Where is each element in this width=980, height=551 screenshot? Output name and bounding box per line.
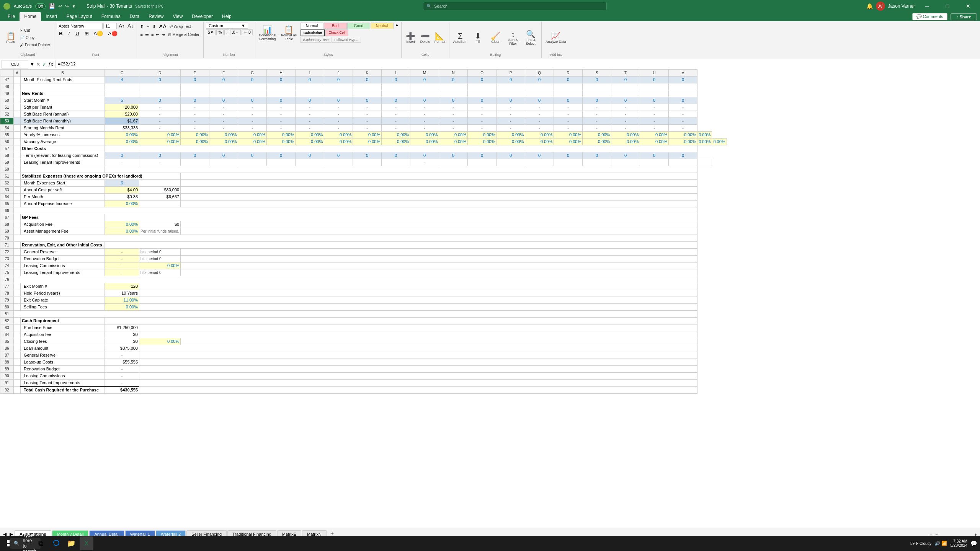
- cell-r47[interactable]: 0: [554, 77, 583, 83]
- align-middle-btn[interactable]: ↔: [145, 23, 151, 29]
- cell-o47[interactable]: 0: [468, 77, 497, 83]
- col-header-b[interactable]: B: [21, 70, 105, 77]
- maximize-btn[interactable]: □: [939, 0, 956, 12]
- col-header-t[interactable]: T: [611, 70, 640, 77]
- cell-c47[interactable]: 4: [105, 77, 139, 83]
- align-left-btn[interactable]: ≡: [139, 31, 143, 37]
- cell-i47[interactable]: 0: [296, 77, 324, 83]
- formula-expand-btn[interactable]: ▼: [30, 62, 34, 67]
- comma-btn[interactable]: ,: [224, 29, 229, 35]
- redo-btn[interactable]: ↪: [65, 3, 69, 9]
- font-color-btn[interactable]: A🔴: [106, 30, 119, 37]
- notification-icon[interactable]: 🔔: [866, 3, 873, 9]
- fill-color-btn[interactable]: A🟡: [92, 30, 105, 37]
- style-neutral[interactable]: Neutral: [371, 23, 394, 29]
- decimal-increase-btn[interactable]: .0→: [230, 29, 241, 35]
- col-header-s[interactable]: S: [583, 70, 611, 77]
- autosave-toggle[interactable]: Off: [35, 3, 46, 9]
- style-explanatory[interactable]: Explanatory Text: [301, 37, 332, 43]
- insert-function-btn[interactable]: ƒx: [48, 62, 53, 67]
- col-header-u[interactable]: U: [640, 70, 669, 77]
- wrap-text-btn[interactable]: ⏎ Wrap Text: [168, 23, 193, 30]
- cell-f47[interactable]: 0: [209, 77, 238, 83]
- cell-t47[interactable]: 0: [611, 77, 640, 83]
- col-header-o[interactable]: O: [468, 70, 497, 77]
- tab-help[interactable]: Help: [217, 12, 236, 21]
- search-box[interactable]: 🔍 Search: [423, 2, 607, 10]
- col-header-r[interactable]: R: [554, 70, 583, 77]
- share-btn[interactable]: ↑ Share: [951, 13, 977, 20]
- col-header-g[interactable]: G: [238, 70, 267, 77]
- minimize-btn[interactable]: ─: [918, 0, 936, 12]
- col-header-k[interactable]: K: [353, 70, 382, 77]
- cell-k47[interactable]: 0: [353, 77, 382, 83]
- col-header-h[interactable]: H: [267, 70, 296, 77]
- cut-btn[interactable]: ✂ Cut: [18, 27, 52, 34]
- col-header-f[interactable]: F: [209, 70, 238, 77]
- border-btn[interactable]: ⊞: [83, 30, 91, 37]
- cell-d47[interactable]: 0: [139, 77, 181, 83]
- tab-home[interactable]: Home: [20, 12, 41, 21]
- search-taskbar-btn[interactable]: 🔍 Type here to search: [18, 536, 32, 550]
- col-header-d[interactable]: D: [139, 70, 181, 77]
- font-grow-btn[interactable]: A↑: [118, 23, 126, 29]
- format-btn[interactable]: 📐 Format: [433, 27, 447, 49]
- col-header-c[interactable]: C: [105, 70, 139, 77]
- find-select-btn[interactable]: 🔍 Find & Select: [522, 27, 539, 49]
- cell-l47[interactable]: 0: [382, 77, 410, 83]
- merge-center-btn[interactable]: ⊟ Merge & Center: [167, 31, 201, 38]
- tab-data[interactable]: Data: [125, 12, 144, 21]
- quick-access-arrow[interactable]: ▼: [72, 4, 76, 8]
- style-normal[interactable]: Normal: [301, 23, 323, 29]
- font-name-dropdown[interactable]: Aptos Narrow: [57, 23, 103, 29]
- tab-formulas[interactable]: Formulas: [97, 12, 125, 21]
- format-as-table-btn[interactable]: 📋 Format as Table: [279, 23, 299, 44]
- cell-n47[interactable]: 0: [439, 77, 468, 83]
- align-top-btn[interactable]: ⬆: [139, 23, 144, 30]
- tab-developer[interactable]: Developer: [187, 12, 217, 21]
- user-avatar[interactable]: JV: [876, 2, 885, 11]
- col-header-p[interactable]: P: [497, 70, 525, 77]
- autosum-btn[interactable]: Σ AutoSum: [452, 27, 469, 49]
- underline-btn[interactable]: U: [73, 30, 81, 37]
- cell-a47[interactable]: [14, 77, 21, 83]
- decrease-indent-btn[interactable]: ⇤: [155, 31, 160, 38]
- cell-reference-box[interactable]: [2, 60, 28, 68]
- paste-btn[interactable]: 📋 Paste: [4, 27, 18, 49]
- decimal-decrease-btn[interactable]: ←.0: [242, 29, 252, 35]
- col-header-j[interactable]: J: [324, 70, 353, 77]
- col-header-v[interactable]: V: [669, 70, 697, 77]
- cell-b47[interactable]: Month Existing Rent Ends: [21, 77, 105, 83]
- cell-v47[interactable]: 0: [669, 77, 697, 83]
- col-header-q[interactable]: Q: [525, 70, 554, 77]
- number-format-dropdown[interactable]: Custom ▼: [206, 23, 248, 29]
- notification-tray[interactable]: 💬: [970, 540, 977, 546]
- style-good[interactable]: Good: [347, 23, 370, 29]
- col-header-a[interactable]: A: [14, 70, 21, 77]
- task-view-btn[interactable]: ⧉: [34, 536, 47, 550]
- cell-s47[interactable]: 0: [583, 77, 611, 83]
- style-calculation[interactable]: Calculation: [301, 29, 325, 36]
- insert-btn[interactable]: ➕ Insert: [404, 27, 418, 49]
- fill-btn[interactable]: ⬇ Fill: [469, 27, 486, 49]
- tab-file[interactable]: File: [3, 12, 20, 21]
- align-right-btn[interactable]: ≡: [150, 31, 154, 37]
- percent-btn[interactable]: %: [216, 29, 224, 35]
- clear-btn[interactable]: 🧹 Clear: [487, 27, 504, 49]
- copy-btn[interactable]: 📄 Copy: [18, 34, 52, 41]
- col-header-e[interactable]: E: [181, 70, 209, 77]
- cell-m47[interactable]: 0: [410, 77, 439, 83]
- conditional-formatting-btn[interactable]: 📊 Conditional Formatting: [258, 23, 278, 44]
- analyze-data-btn[interactable]: 📈 Analyze Data: [544, 27, 568, 49]
- close-btn[interactable]: ✕: [959, 0, 977, 12]
- style-followed-hyp[interactable]: Followed Hyp...: [332, 37, 361, 43]
- align-center-btn[interactable]: ☰: [144, 31, 150, 38]
- col-header-m[interactable]: M: [410, 70, 439, 77]
- sheet-scroll[interactable]: A B C D E F G H I J K L M N O P Q: [0, 69, 980, 528]
- italic-btn[interactable]: I: [66, 30, 72, 37]
- system-tray[interactable]: 🔊 📶: [934, 541, 947, 546]
- font-size-dropdown[interactable]: 11: [103, 23, 117, 29]
- col-header-i[interactable]: I: [296, 70, 324, 77]
- cell-j47[interactable]: 0: [324, 77, 353, 83]
- save-btn[interactable]: 💾: [49, 3, 55, 9]
